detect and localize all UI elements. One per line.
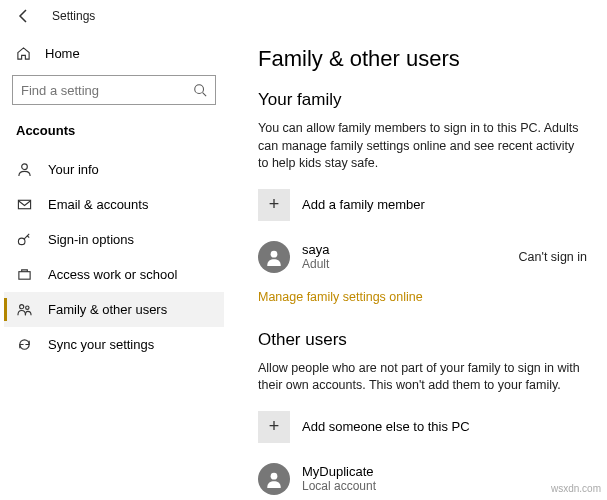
other-user-name: MyDuplicate [302, 464, 587, 479]
mail-icon [16, 197, 32, 212]
sidebar-item-family-users[interactable]: Family & other users [4, 292, 224, 327]
plus-icon: + [258, 411, 290, 443]
svg-line-1 [203, 93, 207, 97]
key-icon [16, 232, 32, 247]
search-icon [193, 83, 207, 97]
manage-family-link[interactable]: Manage family settings online [258, 290, 423, 304]
avatar-icon [258, 241, 290, 273]
svg-point-10 [271, 250, 278, 257]
other-user-row[interactable]: MyDuplicate Local account [258, 463, 587, 495]
sidebar-item-label: Access work or school [48, 267, 177, 282]
sidebar: Home Accounts Your info Email & accounts [0, 32, 228, 500]
sidebar-item-signin-options[interactable]: Sign-in options [4, 222, 224, 257]
arrow-left-icon [16, 8, 32, 24]
plus-icon: + [258, 189, 290, 221]
person-icon [16, 162, 32, 177]
family-heading: Your family [258, 90, 587, 110]
svg-point-0 [195, 85, 204, 94]
other-users-heading: Other users [258, 330, 587, 350]
svg-rect-7 [18, 272, 29, 280]
family-member-status: Can't sign in [519, 250, 587, 264]
svg-line-6 [27, 236, 29, 238]
sidebar-item-label: Sync your settings [48, 337, 154, 352]
sync-icon [16, 337, 32, 352]
sidebar-item-email-accounts[interactable]: Email & accounts [4, 187, 224, 222]
family-member-role: Adult [302, 257, 519, 271]
svg-point-8 [19, 305, 23, 309]
family-member-row[interactable]: saya Adult Can't sign in [258, 241, 587, 273]
window-title: Settings [52, 9, 95, 23]
sidebar-item-label: Your info [48, 162, 99, 177]
sidebar-item-your-info[interactable]: Your info [4, 152, 224, 187]
svg-point-9 [25, 306, 28, 309]
sidebar-item-label: Family & other users [48, 302, 167, 317]
home-icon [16, 46, 31, 61]
svg-point-4 [18, 238, 25, 245]
category-header: Accounts [4, 115, 224, 152]
family-description: You can allow family members to sign in … [258, 120, 587, 173]
sidebar-item-label: Sign-in options [48, 232, 134, 247]
sidebar-item-label: Email & accounts [48, 197, 148, 212]
search-input[interactable] [21, 83, 193, 98]
add-other-label: Add someone else to this PC [302, 419, 470, 434]
watermark: wsxdn.com [551, 483, 601, 494]
page-title: Family & other users [258, 46, 587, 72]
search-box[interactable] [12, 75, 216, 105]
add-other-user-button[interactable]: + Add someone else to this PC [258, 411, 587, 443]
other-user-sub: Local account [302, 479, 587, 493]
content-pane: Family & other users Your family You can… [228, 32, 607, 500]
titlebar: Settings [0, 0, 607, 32]
other-users-description: Allow people who are not part of your fa… [258, 360, 587, 395]
back-button[interactable] [16, 8, 32, 24]
sidebar-item-sync[interactable]: Sync your settings [4, 327, 224, 362]
svg-point-11 [271, 472, 278, 479]
add-family-label: Add a family member [302, 197, 425, 212]
avatar-icon [258, 463, 290, 495]
home-label: Home [45, 46, 80, 61]
family-member-name: saya [302, 242, 519, 257]
sidebar-item-work-school[interactable]: Access work or school [4, 257, 224, 292]
svg-point-2 [21, 164, 27, 170]
briefcase-icon [16, 267, 32, 282]
home-nav[interactable]: Home [4, 38, 224, 69]
people-icon [16, 302, 32, 317]
add-family-member-button[interactable]: + Add a family member [258, 189, 587, 221]
